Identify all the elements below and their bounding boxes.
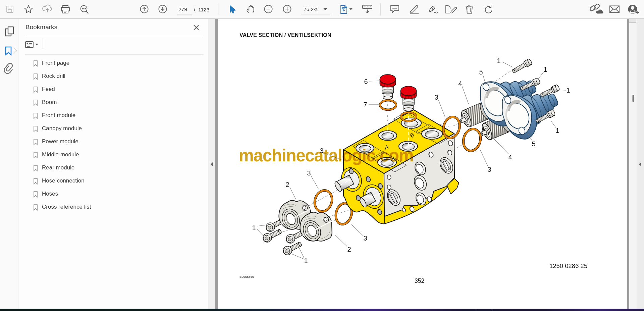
svg-text:2: 2 (347, 246, 351, 253)
svg-text:5: 5 (532, 140, 535, 148)
svg-text:2: 2 (285, 181, 289, 188)
svg-text:1: 1 (566, 87, 570, 94)
svg-text:279: 279 (178, 6, 187, 12)
svg-text:3: 3 (487, 166, 491, 173)
svg-text:6: 6 (364, 78, 368, 85)
svg-text:1: 1 (543, 66, 547, 73)
svg-text:/ 1123: / 1123 (194, 7, 209, 12)
svg-text:3: 3 (434, 94, 438, 101)
svg-text:4: 4 (508, 153, 512, 161)
svg-text:3: 3 (363, 235, 367, 242)
svg-text:4: 4 (458, 80, 462, 87)
svg-text:7: 7 (363, 101, 367, 108)
svg-text:3: 3 (307, 169, 311, 177)
svg-text:1: 1 (304, 257, 308, 264)
svg-text:5: 5 (479, 68, 483, 76)
svg-text:76,2%: 76,2% (304, 6, 318, 12)
svg-text:1: 1 (497, 57, 500, 64)
svg-text:1: 1 (252, 224, 256, 231)
svg-text:1: 1 (555, 127, 559, 134)
